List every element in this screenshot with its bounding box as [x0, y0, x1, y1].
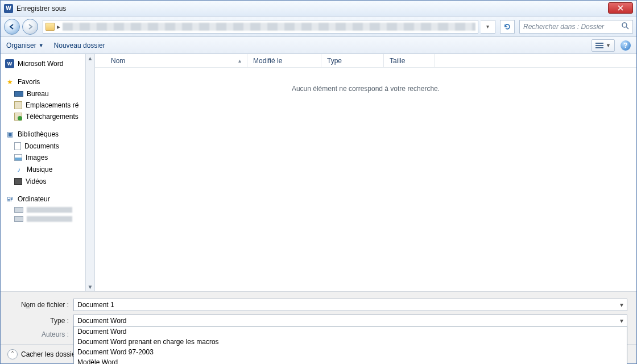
- hide-folders-label: Cacher les dossier: [21, 350, 77, 358]
- save-form: Nom de fichier : Document 1 ▾ Type : Doc…: [1, 291, 636, 344]
- filename-input[interactable]: Document 1 ▾: [73, 299, 627, 311]
- music-icon: ♪: [14, 165, 23, 174]
- chevron-down-icon: ▼: [39, 43, 44, 48]
- sidebar-label: Téléchargements: [26, 113, 78, 121]
- breadcrumb-path[interactable]: ▸: [43, 20, 478, 34]
- drive-icon: [14, 207, 23, 213]
- type-select[interactable]: Document Word ▾: [73, 315, 627, 327]
- type-dropdown[interactable]: Document WordDocument Word prenant en ch…: [73, 326, 627, 364]
- file-list-pane: Nom▴ Modifié le Type Taille Aucun élémen…: [95, 54, 636, 291]
- sidebar-item-drive[interactable]: [1, 205, 85, 214]
- desktop-icon: [14, 91, 23, 97]
- filename-label: Nom de fichier :: [10, 301, 73, 309]
- search-input[interactable]: Rechercher dans : Dossier: [519, 20, 633, 34]
- sidebar-label: Emplacements ré: [26, 101, 78, 109]
- svg-point-0: [622, 23, 627, 27]
- organize-menu[interactable]: Organiser ▼: [6, 42, 44, 49]
- sidebar-group-favorites[interactable]: ★ Favoris: [1, 76, 85, 88]
- type-option[interactable]: Document Word 97-2003: [74, 347, 627, 357]
- empty-state: Aucun élément ne correspond à votre rech…: [95, 68, 636, 291]
- sidebar-label: Musique: [27, 166, 52, 173]
- close-button[interactable]: [608, 2, 633, 14]
- folder-icon: [46, 23, 55, 31]
- window-title: Enregistrer sous: [16, 5, 66, 13]
- word-icon: W: [5, 59, 14, 68]
- star-icon: ★: [5, 77, 14, 86]
- svg-rect-3: [595, 47, 603, 48]
- col-size[interactable]: Taille: [384, 54, 435, 67]
- organize-label: Organiser: [6, 42, 36, 49]
- sidebar-group-libraries[interactable]: ▣ Bibliothèques: [1, 128, 85, 140]
- col-label: Nom: [111, 57, 125, 65]
- type-option[interactable]: Document Word prenant en charge les macr…: [74, 337, 627, 347]
- sidebar-item-videos[interactable]: Vidéos: [1, 176, 85, 187]
- column-headers: Nom▴ Modifié le Type Taille: [95, 54, 636, 68]
- breadcrumb-dropdown[interactable]: ▾: [481, 20, 495, 34]
- sidebar-item-desktop[interactable]: Bureau: [1, 88, 85, 100]
- drive-icon: [14, 216, 23, 222]
- toolbar: Organiser ▼ Nouveau dossier ▼ ?: [1, 37, 636, 54]
- col-label: Taille: [390, 57, 405, 65]
- forward-button[interactable]: [22, 19, 38, 35]
- sidebar-item-word[interactable]: W Microsoft Word: [1, 57, 85, 70]
- help-button[interactable]: ?: [621, 40, 631, 51]
- arrow-left-icon: [9, 23, 15, 30]
- video-icon: [14, 178, 22, 185]
- col-name[interactable]: Nom▴: [105, 54, 247, 67]
- filename-row: Nom de fichier : Document 1 ▾: [10, 299, 627, 311]
- search-icon: [621, 22, 629, 31]
- type-value: Document Word: [77, 317, 126, 325]
- help-icon: ?: [623, 42, 627, 49]
- refresh-icon: [503, 23, 511, 31]
- sidebar-group-computer[interactable]: 🖳 Ordinateur: [1, 193, 85, 205]
- scroll-up-icon: ▲: [88, 55, 93, 61]
- authors-label: Auteurs :: [10, 330, 73, 338]
- col-label: Modifié le: [253, 57, 282, 65]
- sidebar-scrollbar[interactable]: ▲ ▼: [86, 54, 95, 291]
- scroll-down-icon: ▼: [88, 284, 93, 290]
- filename-value: Document 1: [77, 301, 114, 309]
- sidebar-label: Bibliothèques: [18, 130, 59, 138]
- type-option[interactable]: Modèle Word: [74, 357, 627, 364]
- sidebar-item-recent[interactable]: Emplacements ré: [1, 100, 85, 111]
- svg-rect-2: [595, 45, 603, 46]
- sidebar-label: Bureau: [27, 90, 49, 98]
- nav-tree: W Microsoft Word ★ Favoris Bureau Emplac…: [1, 54, 86, 291]
- chevron-right-icon: ▸: [57, 23, 60, 31]
- col-modified[interactable]: Modifié le: [247, 54, 321, 67]
- type-label: Type :: [10, 317, 73, 325]
- col-label: Type: [327, 57, 342, 65]
- titlebar: W Enregistrer sous: [1, 1, 636, 16]
- images-icon: [14, 154, 22, 161]
- type-option[interactable]: Document Word: [74, 326, 627, 337]
- view-options-button[interactable]: ▼: [592, 39, 615, 52]
- arrow-right-icon: [27, 23, 34, 30]
- sidebar-item-documents[interactable]: Documents: [1, 140, 85, 152]
- search-placeholder: Rechercher dans : Dossier: [523, 23, 604, 31]
- type-row: Type : Document Word ▾: [10, 315, 627, 327]
- nav-bar: ▸ ▾ Rechercher dans : Dossier: [1, 16, 636, 37]
- back-button[interactable]: [4, 19, 20, 35]
- chevron-down-icon: ▾: [620, 317, 623, 325]
- refresh-button[interactable]: [500, 20, 515, 34]
- empty-message: Aucun élément ne correspond à votre rech…: [292, 85, 440, 291]
- sidebar-label: Documents: [24, 142, 59, 150]
- sidebar-item-music[interactable]: ♪Musique: [1, 163, 85, 176]
- chevron-up-icon: ˄: [11, 350, 14, 358]
- sidebar-item-images[interactable]: Images: [1, 152, 85, 163]
- sidebar-label: Vidéos: [26, 177, 46, 185]
- new-folder-label: Nouveau dossier: [54, 42, 105, 49]
- col-type[interactable]: Type: [321, 54, 384, 67]
- new-folder-button[interactable]: Nouveau dossier: [54, 42, 105, 49]
- sidebar-item-downloads[interactable]: Téléchargements: [1, 111, 85, 122]
- chevron-down-icon: ▾: [486, 23, 489, 30]
- chevron-down-icon: ▼: [606, 43, 611, 48]
- hide-folders-toggle[interactable]: ˄: [7, 349, 18, 359]
- sidebar-label-redacted: [27, 216, 72, 222]
- sidebar-item-drive[interactable]: [1, 214, 85, 224]
- word-app-icon: W: [4, 4, 13, 13]
- view-icon: [595, 42, 603, 49]
- sidebar-label-redacted: [27, 207, 72, 213]
- close-icon: [618, 5, 623, 11]
- chevron-down-icon: ▾: [620, 301, 623, 309]
